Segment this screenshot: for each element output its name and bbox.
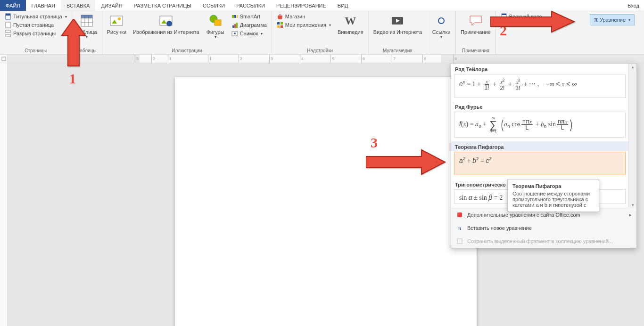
tab-references[interactable]: ССЫЛКИ — [197, 0, 231, 11]
footer-insert-new[interactable]: π Вставить новое уравнение — [451, 221, 636, 235]
group-pages-label: Страницы — [3, 47, 69, 54]
tab-mailings[interactable]: РАССЫЛКИ — [231, 0, 271, 11]
pictures-button[interactable]: Рисунки — [105, 12, 129, 36]
sign-in-link[interactable]: Вход — [623, 0, 644, 11]
annotation-1: 1 — [59, 19, 88, 87]
ruler-tick: 3 — [269, 55, 273, 63]
ruler-tick: 5 — [330, 55, 334, 63]
svg-rect-37 — [457, 239, 462, 244]
gallery-footer: Дополнительные уравнения с сайта Office.… — [451, 208, 636, 248]
ruler-tick: 6 — [361, 55, 365, 63]
ruler-corner — [0, 55, 8, 63]
online-pictures-button[interactable]: Изображения из Интернета — [131, 12, 201, 36]
tab-home[interactable]: ГЛАВНАЯ — [26, 0, 61, 11]
annotation-2: 2 — [490, 10, 575, 34]
svg-rect-29 — [277, 25, 280, 28]
group-comments-label: Примечания — [459, 47, 493, 54]
chevron-right-icon: ▸ — [629, 212, 632, 217]
group-illustrations-label: Иллюстрации — [105, 47, 269, 54]
blank-page-button[interactable]: Пустая страница — [3, 21, 69, 29]
page-break-button[interactable]: Разрыв страницы — [3, 29, 69, 38]
tab-file[interactable]: ФАЙЛ — [0, 0, 26, 11]
shapes-button[interactable]: Фигуры ▾ — [204, 12, 227, 40]
tab-view[interactable]: ВИД — [332, 0, 354, 11]
cover-page-label: Титульная страница — [13, 14, 62, 19]
ruler-row: 3 2 1 1 2 3 4 5 6 7 8 9 — [0, 55, 644, 63]
myapps-icon — [277, 22, 283, 28]
wikipedia-icon: W — [343, 13, 358, 28]
svg-rect-10 — [81, 15, 92, 18]
ruler-tick: 3 — [135, 55, 139, 63]
wikipedia-button[interactable]: W Википедия — [336, 12, 365, 36]
dropdown-icon: ▾ — [65, 15, 67, 19]
svg-rect-1 — [6, 14, 10, 16]
gallery-item-taylor[interactable]: ex = 1 + 𝑥1! + 𝑥22! + 𝑥33! + ⋯ , −∞ < 𝑥 … — [454, 74, 626, 98]
ruler-tick: 8 — [422, 55, 426, 63]
screenshot-button[interactable]: Снимок▾ — [230, 29, 269, 38]
gallery-item-fourier[interactable]: f(𝑥) = 𝑎0 + ∞∑n=1 (𝑎n cosnπ𝑥L + 𝑏n sinnπ… — [454, 112, 626, 138]
svg-point-13 — [118, 17, 121, 20]
annotation-1-number: 1 — [69, 71, 76, 87]
store-button[interactable]: Магазин — [275, 12, 333, 21]
svg-rect-11 — [110, 16, 123, 25]
scroll-up-icon[interactable]: ▴ — [632, 65, 634, 69]
comment-button[interactable]: Примечание — [459, 12, 493, 36]
cover-page-button[interactable]: Титульная страница▾ — [3, 12, 69, 21]
links-button[interactable]: Ссылки ▾ — [430, 12, 453, 40]
dropdown-icon: ▾ — [440, 35, 442, 39]
shapes-label: Фигуры — [206, 29, 224, 35]
svg-marker-38 — [62, 19, 85, 66]
pi-icon: π — [456, 224, 463, 232]
gallery-head-taylor: Ряд Тейлора — [451, 64, 628, 73]
dropdown-icon: ▾ — [628, 18, 630, 22]
svg-rect-21 — [237, 15, 238, 18]
horizontal-ruler[interactable]: 3 2 1 1 2 3 4 5 6 7 8 9 — [8, 55, 644, 63]
svg-rect-3 — [6, 30, 10, 33]
gallery-item-pythagoras[interactable]: a2 + b2 = c2 — [454, 152, 626, 175]
blank-page-icon — [5, 22, 11, 28]
video-label: Видео из Интернета — [373, 29, 422, 35]
pictures-icon — [109, 13, 124, 28]
tab-design[interactable]: ДИЗАЙН — [95, 0, 128, 11]
ruler-tick: 7 — [392, 55, 396, 63]
online-video-button[interactable]: Видео из Интернета — [372, 12, 424, 36]
chart-label: Диаграмма — [240, 22, 267, 28]
tab-review[interactable]: РЕЦЕНЗИРОВАНИЕ — [271, 0, 332, 11]
wikipedia-label: Википедия — [338, 29, 363, 35]
ruler-tick: 1 — [208, 55, 212, 63]
chart-icon — [231, 22, 238, 28]
smartart-button[interactable]: SmartArt — [230, 12, 269, 21]
smartart-label: SmartArt — [240, 14, 260, 19]
vertical-ruler[interactable] — [0, 63, 8, 326]
chart-button[interactable]: Диаграмма — [230, 21, 269, 29]
online-pictures-icon — [158, 13, 173, 28]
tooltip-title: Теорема Пифагора — [512, 183, 594, 189]
scroll-down-icon[interactable]: ▾ — [632, 203, 634, 207]
myapps-button[interactable]: Мои приложения▾ — [275, 21, 333, 29]
document-area: Ряд Тейлора ex = 1 + 𝑥1! + 𝑥22! + 𝑥33! +… — [0, 63, 644, 326]
svg-point-26 — [234, 33, 236, 34]
online-pictures-label: Изображения из Интернета — [133, 29, 199, 35]
page-break-icon — [5, 30, 11, 37]
group-links: Ссылки ▾ — [427, 11, 456, 54]
gallery-head-pythagoras: Теорема Пифагора — [451, 141, 628, 151]
svg-point-16 — [166, 21, 172, 26]
svg-rect-23 — [234, 24, 236, 28]
shapes-icon — [208, 13, 223, 28]
gallery-scrollbar[interactable]: ▴ ▾ — [628, 64, 636, 208]
tab-layout[interactable]: РАЗМЕТКА СТРАНИЦЫ — [128, 0, 197, 11]
dropdown-icon: ▾ — [261, 32, 263, 36]
myapps-label: Мои приложения — [285, 22, 326, 28]
comment-icon — [468, 13, 483, 28]
annotation-3: 3 — [366, 141, 446, 175]
gallery-head-fourier: Ряд Фурье — [451, 101, 628, 111]
tab-insert[interactable]: ВСТАВКА — [61, 0, 95, 11]
smartart-icon — [231, 13, 238, 20]
equation-button[interactable]: π Уравнение ▾ — [590, 14, 635, 25]
svg-rect-27 — [277, 22, 280, 24]
group-headerfooter-label — [499, 47, 544, 54]
blank-page-label: Пустая страница — [13, 22, 54, 28]
document-page[interactable] — [175, 77, 477, 326]
svg-rect-2 — [6, 22, 10, 28]
group-links-label — [430, 47, 453, 54]
